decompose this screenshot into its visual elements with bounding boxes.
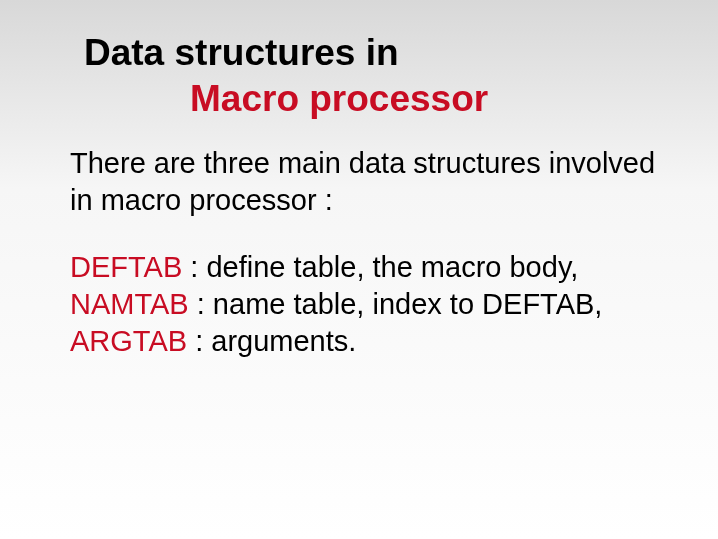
slide-title: Data structures in Macro processor: [70, 30, 658, 123]
namtab-desc: : name table, index to DEFTAB,: [189, 288, 603, 320]
deftab-key: DEFTAB: [70, 251, 182, 283]
intro-text: There are three main data structures inv…: [70, 145, 658, 219]
slide-body: There are three main data structures inv…: [70, 145, 658, 361]
argtab-key: ARGTAB: [70, 325, 187, 357]
title-line-2: Macro processor: [70, 76, 658, 122]
argtab-desc: : arguments.: [187, 325, 356, 357]
deftab-desc: : define table, the macro body,: [182, 251, 578, 283]
definitions: DEFTAB : define table, the macro body, N…: [70, 249, 658, 360]
title-line-1: Data structures in: [70, 30, 658, 76]
slide: Data structures in Macro processor There…: [0, 0, 718, 420]
namtab-key: NAMTAB: [70, 288, 189, 320]
